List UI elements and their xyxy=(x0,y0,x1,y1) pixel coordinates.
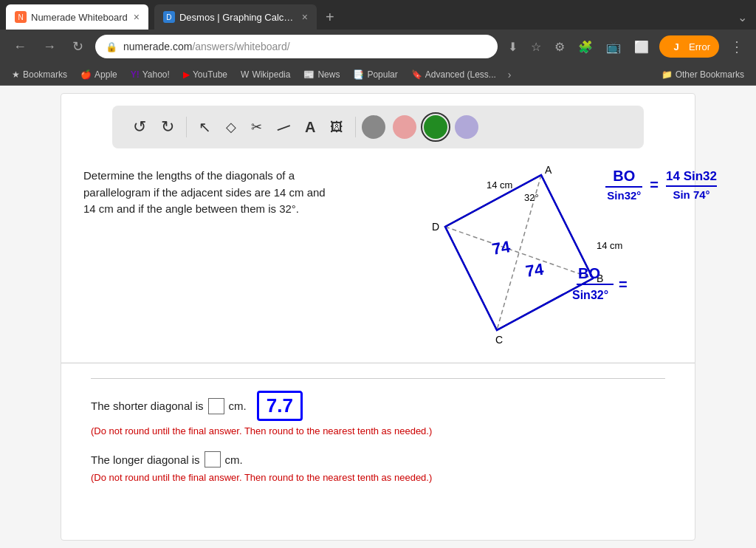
extension-icon[interactable]: ⚙ xyxy=(551,37,568,57)
tab-close-desmos[interactable]: × xyxy=(302,11,308,23)
browser-chrome: N Numerade Whiteboard × D Desmos | Graph… xyxy=(0,0,756,86)
other-bookmarks[interactable]: 📁 Other Bookmarks xyxy=(656,68,750,81)
bookmark-label: Wikipedia xyxy=(252,69,290,80)
eq-denominator-right: Sin 74° xyxy=(666,187,717,201)
cast-icon[interactable]: 📺 xyxy=(603,37,624,57)
lock-icon: 🔒 xyxy=(106,41,117,52)
new-tab-button[interactable]: + xyxy=(320,6,340,29)
shorter-diagonal-note: (Do not round until the final answer. Th… xyxy=(91,425,665,436)
redo-button[interactable]: ↻ xyxy=(155,113,180,141)
color-green-button[interactable] xyxy=(424,115,447,139)
news-icon: 📰 xyxy=(303,69,315,80)
diagram-svg: A B C D 14 cm 32° 14 cm 74 xyxy=(349,160,630,352)
tab-icon-desmos: D xyxy=(163,11,175,23)
profile-avatar: J xyxy=(668,38,684,55)
yahoo-icon: Y! xyxy=(131,69,140,80)
toolbar-separator-2 xyxy=(355,117,356,137)
bookmark-wikipedia[interactable]: W Wikipedia xyxy=(235,68,296,81)
tab-desmos[interactable]: D Desmos | Graphing Calculato × xyxy=(154,4,317,30)
tab-overflow-button[interactable]: ⌄ xyxy=(735,7,750,27)
longer-diagonal-label: The longer diagonal is xyxy=(91,453,200,466)
eq-denominator-left: Sin32° xyxy=(605,188,642,202)
popular-icon: 📑 xyxy=(353,69,364,80)
window-icon[interactable]: ⬜ xyxy=(631,37,652,57)
youtube-icon: ▶ xyxy=(183,69,190,80)
bookmark-bookmarks[interactable]: ★ Bookmarks xyxy=(6,68,73,81)
shorter-diagonal-unit: cm. xyxy=(229,400,247,412)
tab-numerade[interactable]: N Numerade Whiteboard × xyxy=(6,4,148,30)
eraser-tool-button[interactable]: ◇ xyxy=(220,114,242,140)
bookmark-news[interactable]: 📰 News xyxy=(298,68,346,81)
other-bookmarks-label: Other Bookmarks xyxy=(676,69,744,80)
tab-title-numerade: Numerade Whiteboard xyxy=(31,12,128,23)
tab-bar: N Numerade Whiteboard × D Desmos | Graph… xyxy=(0,0,756,30)
puzzle-icon[interactable]: 🧩 xyxy=(575,37,596,57)
apple-icon: 🍎 xyxy=(80,69,92,80)
bookmark-label: Popular xyxy=(367,69,397,80)
bookmark-label: Bookmarks xyxy=(23,69,67,80)
eq-equals: = xyxy=(619,276,628,292)
back-button[interactable]: ← xyxy=(9,36,31,58)
tools-button[interactable]: ✂ xyxy=(245,114,268,140)
color-pink-button[interactable] xyxy=(393,115,416,139)
eq-equals-sign: = xyxy=(650,177,659,193)
bookmark-apple[interactable]: 🍎 Apple xyxy=(75,68,123,81)
forward-button[interactable]: → xyxy=(38,36,61,58)
bookmark-label: YouTube xyxy=(193,69,227,80)
handwritten-74-left: 74 xyxy=(491,237,512,258)
tab-close-numerade[interactable]: × xyxy=(134,11,140,23)
shorter-diagonal-line: The shorter diagonal is cm. 7.7 xyxy=(91,391,665,421)
text-tool-button[interactable]: A xyxy=(299,114,321,140)
color-gray-button[interactable] xyxy=(362,115,385,139)
address-bar: ← → ↻ 🔒 numerade.com/answers/whiteboard/… xyxy=(0,30,756,64)
label-32deg: 32° xyxy=(524,192,539,203)
tab-icon-numerade: N xyxy=(15,11,27,23)
bookmark-advanced[interactable]: 🔖 Advanced (Less... xyxy=(405,68,502,81)
error-label: Error xyxy=(689,41,710,52)
download-icon[interactable]: ⬇ xyxy=(505,37,520,57)
longer-diagonal-unit: cm. xyxy=(225,453,243,466)
url-bar[interactable]: 🔒 numerade.com/answers/whiteboard/ xyxy=(95,35,498,58)
longer-diagonal-note: (Do not round until the final answer. Th… xyxy=(91,472,665,483)
bookmark-label: Yahoo! xyxy=(142,69,170,80)
image-tool-button[interactable]: 🖼 xyxy=(324,115,349,140)
handwritten-74-right: 74 xyxy=(524,260,545,281)
whiteboard-toolbar: ↺ ↻ ↖ ◇ ✂ — A 🖼 xyxy=(112,106,644,148)
line-tool-button[interactable]: — xyxy=(267,112,299,143)
menu-button[interactable]: ⋮ xyxy=(726,35,747,58)
bookmark-label: Advanced (Less... xyxy=(425,69,496,80)
answer-highlight-7-7: 7.7 xyxy=(257,391,303,421)
label-C: C xyxy=(495,334,503,346)
wikipedia-icon: W xyxy=(241,69,249,80)
bookmarks-more-button[interactable]: › xyxy=(504,67,516,82)
label-A: A xyxy=(545,164,552,176)
refresh-button[interactable]: ↻ xyxy=(68,35,88,58)
bookmarks-bar: ★ Bookmarks 🍎 Apple Y! Yahoo! ▶ YouTube … xyxy=(0,64,756,86)
folder-icon: 📁 xyxy=(662,69,673,80)
label-D: D xyxy=(432,221,439,233)
content-area: ↺ ↻ ↖ ◇ ✂ — A 🖼 xyxy=(0,86,756,548)
bookmark-label: News xyxy=(317,69,340,80)
profile-error-button[interactable]: J Error xyxy=(659,35,719,58)
longer-diagonal-line: The longer diagonal is cm. xyxy=(91,451,665,467)
shorter-diagonal-input[interactable] xyxy=(208,398,224,414)
longer-diagonal-input[interactable] xyxy=(205,451,221,467)
star-bookmark-icon: ★ xyxy=(12,69,20,80)
star-icon[interactable]: ☆ xyxy=(528,37,544,57)
label-14cm-top: 14 cm xyxy=(487,179,512,191)
bookmark-label: Apple xyxy=(94,69,117,80)
eq-numerator-right: 14 Sin32 xyxy=(666,169,717,187)
bookmark-youtube[interactable]: ▶ YouTube xyxy=(177,68,233,81)
bookmark-popular[interactable]: 📑 Popular xyxy=(347,68,403,81)
shorter-diagonal-label: The shorter diagonal is xyxy=(91,400,204,412)
label-14cm-right: 14 cm xyxy=(597,240,622,251)
eq-numerator-left: BO xyxy=(605,168,642,188)
advanced-icon: 🔖 xyxy=(411,69,422,80)
whiteboard-container: ↺ ↻ ↖ ◇ ✂ — A 🖼 xyxy=(61,93,695,541)
eq-sin32: Sin32° xyxy=(572,289,608,301)
undo-button[interactable]: ↺ xyxy=(127,113,152,141)
bookmark-yahoo[interactable]: Y! Yahoo! xyxy=(125,68,176,81)
select-tool-button[interactable]: ↖ xyxy=(193,114,217,140)
eq-BO: BO xyxy=(578,265,600,281)
color-lavender-button[interactable] xyxy=(455,115,478,139)
